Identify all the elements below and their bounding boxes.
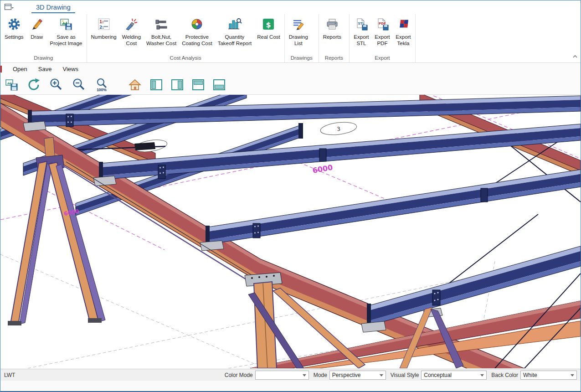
zoom-out-icon (72, 77, 86, 92)
ribbon-group-drawings: Drawing List Drawings (285, 14, 319, 62)
tekla-icon (396, 17, 410, 33)
menu-open[interactable]: Open (7, 64, 33, 74)
numbering-button[interactable]: 1: 2: Numbering (88, 15, 119, 41)
zoom-in-button[interactable] (47, 77, 65, 93)
view-bottom-button[interactable] (211, 78, 227, 92)
welding-cost-label: Welding Cost (122, 34, 141, 47)
visual-style-value: Conceptual (424, 372, 452, 378)
view-right-button[interactable] (169, 78, 185, 92)
zoom-out-button[interactable] (70, 77, 88, 93)
save-project-image-label: Save as Project Image (50, 34, 82, 47)
reports-button[interactable]: Reports (320, 15, 344, 41)
menu-save[interactable]: Save (33, 64, 57, 74)
drawing-list-button[interactable]: Drawing List (286, 15, 311, 48)
back-color-label: Back Color (491, 372, 518, 378)
svg-text:1:: 1: (99, 20, 104, 24)
protective-coating-cost-label: Protective Coating Cost (182, 34, 212, 47)
back-color-select[interactable]: White (520, 371, 577, 380)
zoom-in-icon (49, 77, 63, 92)
view-right-icon (171, 79, 184, 91)
view-bottom-icon (213, 79, 226, 91)
color-mode-select[interactable] (255, 371, 309, 380)
bottom-strip (0, 381, 581, 391)
export-tekla-button[interactable]: Export Tekla (393, 15, 414, 48)
dollar-icon: $ (262, 17, 275, 33)
statusbar: LWT Color Mode Mode Perspective Visual S… (0, 369, 581, 381)
app-menu-icon[interactable] (4, 3, 14, 11)
ribbon-group-cost-analysis: 1: 2: Numbering (87, 14, 285, 62)
group-label-drawing: Drawing (2, 54, 85, 62)
svg-text:$: $ (266, 21, 271, 29)
draw-button[interactable]: Draw (26, 15, 47, 41)
mode-label: Mode (314, 372, 327, 378)
ribbon-group-drawing: Settings Draw (0, 14, 87, 62)
drawing-list-label: Drawing List (289, 34, 308, 47)
group-label-export: Export (351, 54, 414, 62)
group-label-cost-analysis: Cost Analysis (88, 54, 283, 62)
menu-views[interactable]: Views (57, 64, 83, 74)
export-stl-button[interactable]: STL Export STL (351, 15, 372, 48)
bar-chart-magnifier-icon (227, 17, 242, 33)
mode-value: Perspective (332, 372, 361, 378)
quantity-takeoff-report-button[interactable]: Quantity Takeoff Report (215, 15, 255, 48)
ribbon-group-reports: Reports Reports (319, 14, 350, 62)
zoom-level-label: 100% (97, 88, 107, 92)
home-view-button[interactable] (126, 77, 144, 93)
export-stl-icon: STL (355, 17, 368, 33)
protective-coating-cost-button[interactable]: Protective Coating Cost (179, 15, 215, 48)
app-window: 3D Drawing Settings (0, 0, 581, 392)
gear-icon (7, 17, 21, 33)
view-left-icon (150, 79, 163, 91)
welding-cost-button[interactable]: Welding Cost (119, 15, 144, 48)
view-left-button[interactable] (148, 78, 165, 92)
view-top-button[interactable] (190, 78, 206, 92)
export-pdf-button[interactable]: PDF Export PDF (372, 15, 393, 48)
chevron-down-icon (380, 374, 383, 377)
mode-select[interactable]: Perspective (329, 371, 386, 380)
real-cost-label: Real Cost (257, 34, 280, 41)
export-pdf-icon: PDF (375, 17, 389, 33)
chevron-down-icon (480, 374, 484, 377)
save-image-icon (5, 78, 19, 92)
real-cost-button[interactable]: $ Real Cost (254, 15, 283, 41)
chevron-down-icon (571, 374, 574, 377)
settings-button[interactable]: Settings (2, 15, 26, 41)
zoom-100-button[interactable]: 100% (93, 77, 111, 93)
bolt-nut-icon (154, 17, 168, 33)
export-stl-label: Export STL (354, 34, 369, 47)
bolt-nut-washer-cost-label: Bolt,Nut, Washer Cost (146, 34, 176, 47)
group-label-drawings: Drawings (286, 54, 317, 62)
save-project-image-button[interactable]: Save as Project Image (47, 15, 85, 48)
export-pdf-label: Export PDF (375, 34, 390, 47)
tab-3d-drawing[interactable]: 3D Drawing (31, 1, 75, 13)
titlebar: 3D Drawing (0, 0, 581, 14)
accent-bar (0, 66, 2, 72)
color-wheel-icon (190, 17, 204, 33)
rotate-view-icon (27, 78, 41, 92)
save-image-button[interactable] (3, 77, 21, 93)
welding-icon (124, 17, 138, 33)
status-left-text: LWT (4, 372, 15, 378)
image-save-icon (59, 17, 73, 33)
drawing-list-icon (292, 17, 305, 33)
numbering-icon: 1: 2: (97, 17, 111, 33)
draw-label: Draw (31, 34, 43, 41)
back-color-value: White (523, 372, 537, 378)
menubar: Open Save Views (0, 63, 581, 75)
bolt-nut-washer-cost-button[interactable]: Bolt,Nut, Washer Cost (144, 15, 179, 48)
chevron-down-icon (303, 374, 306, 377)
home-view-icon (128, 78, 142, 92)
ribbon: Settings Draw (0, 14, 581, 63)
settings-label: Settings (5, 34, 24, 41)
toolbar: 100% (0, 75, 581, 95)
pencil-icon (30, 17, 44, 33)
viewport-3d[interactable]: 3 (0, 95, 581, 369)
rotate-view-button[interactable] (25, 77, 42, 93)
group-label-reports: Reports (320, 54, 348, 62)
svg-text:2:: 2: (99, 25, 104, 30)
export-tekla-label: Export Tekla (396, 34, 411, 47)
ribbon-group-export: STL Export STL PDF (350, 14, 416, 62)
visual-style-select[interactable]: Conceptual (421, 371, 487, 380)
collapse-ribbon-icon[interactable] (572, 52, 578, 60)
numbering-label: Numbering (91, 34, 117, 41)
